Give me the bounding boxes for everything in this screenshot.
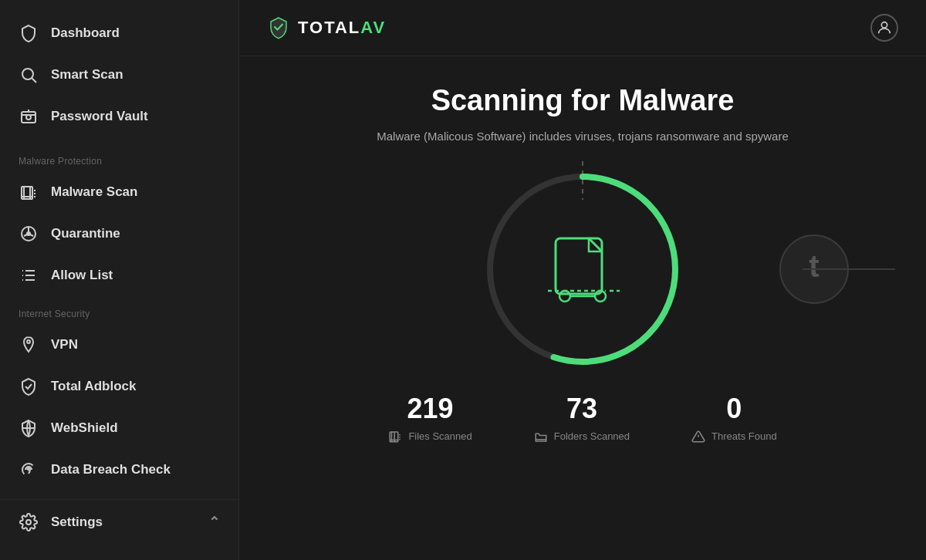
threats-found-number: 0 — [726, 393, 742, 425]
scan-circle — [482, 169, 683, 369]
sidebar: Dashboard Smart Scan Passw — [0, 0, 239, 560]
sidebar-item-malware-scan-label: Malware Scan — [51, 184, 137, 200]
svg-point-19 — [27, 340, 30, 343]
sidebar-section-internet-label: Internet Security — [0, 296, 238, 324]
logo-area: TOTALAV — [267, 16, 386, 39]
svg-line-1 — [32, 79, 37, 83]
threats-found-label-row: Threats Found — [691, 430, 777, 444]
stat-files-scanned: 219 Files Scanned — [388, 393, 471, 444]
svg-rect-26 — [556, 238, 602, 294]
user-profile-button[interactable] — [870, 14, 898, 42]
logo-text: TOTALAV — [298, 18, 386, 38]
sidebar-item-total-adblock[interactable]: Total Adblock — [0, 366, 238, 407]
sidebar-item-allow-list[interactable]: Allow List — [0, 255, 238, 296]
sidebar-section-malware-label: Malware Protection — [0, 143, 238, 171]
sidebar-item-quarantine-label: Quarantine — [51, 226, 120, 241]
scan-connector-line — [803, 268, 895, 270]
settings-left: Settings — [19, 512, 103, 532]
scan-content: Scanning for Malware Malware (Malicous S… — [239, 56, 926, 560]
search-icon — [19, 65, 39, 85]
scan-title: Scanning for Malware — [431, 84, 735, 117]
folder-icon — [534, 430, 548, 444]
files-scanned-label-text: Files Scanned — [408, 430, 471, 442]
files-scanned-number: 219 — [407, 393, 454, 425]
quarantine-icon — [19, 224, 39, 244]
sidebar-item-settings-label: Settings — [51, 514, 103, 530]
logo-av: AV — [360, 18, 386, 37]
threats-found-label-text: Threats Found — [711, 430, 777, 442]
sidebar-item-webshield-label: WebShield — [51, 420, 118, 436]
shield-icon — [19, 23, 39, 43]
svg-point-0 — [22, 69, 33, 79]
sidebar-section-internet: Internet Security VPN Total Adblock — [0, 296, 238, 491]
svg-point-21 — [29, 470, 29, 471]
sidebar-item-total-adblock-label: Total Adblock — [51, 379, 137, 394]
sidebar-item-password-vault[interactable]: Password Vault — [0, 96, 238, 137]
svg-text:t: t — [809, 249, 819, 283]
svg-point-23 — [881, 22, 887, 28]
sidebar-top-section: Dashboard Smart Scan Passw — [0, 0, 238, 143]
svg-rect-2 — [22, 112, 35, 123]
scan-file-icon — [532, 219, 633, 319]
svg-point-22 — [26, 520, 31, 525]
files-scanned-label-row: Files Scanned — [388, 430, 471, 444]
sidebar-item-dashboard-label: Dashboard — [51, 25, 120, 41]
logo-shield-icon — [267, 16, 290, 39]
shield-check-icon — [19, 376, 39, 396]
scan-visual-area: t — [270, 169, 895, 369]
sidebar-section-malware: Malware Protection Malware Scan — [0, 143, 238, 296]
sidebar-item-data-breach[interactable]: Data Breach Check — [0, 449, 238, 491]
stat-threats-found: 0 Threats Found — [691, 393, 777, 444]
svg-point-27 — [559, 291, 570, 302]
logo-total: TOTAL — [298, 18, 360, 37]
warning-icon — [691, 430, 705, 444]
chevron-up-icon: ⌃ — [208, 514, 220, 531]
sidebar-item-dashboard[interactable]: Dashboard — [0, 12, 238, 54]
list-icon — [19, 265, 39, 285]
scan-subtitle: Malware (Malicous Software) includes vir… — [377, 128, 789, 146]
sidebar-item-vpn-label: VPN — [51, 337, 78, 353]
sidebar-item-quarantine[interactable]: Quarantine — [0, 213, 238, 255]
scan-icon — [19, 182, 39, 202]
folders-scanned-label-row: Folders Scanned — [534, 430, 630, 444]
sidebar-item-smart-scan[interactable]: Smart Scan — [0, 54, 238, 96]
sidebar-item-vpn[interactable]: VPN — [0, 324, 238, 366]
location-icon — [19, 335, 39, 355]
header-bar: TOTALAV — [239, 0, 926, 56]
file-icon — [388, 430, 402, 444]
sidebar-item-data-breach-label: Data Breach Check — [51, 462, 171, 477]
sidebar-item-smart-scan-label: Smart Scan — [51, 67, 123, 83]
sidebar-item-malware-scan[interactable]: Malware Scan — [0, 171, 238, 213]
stat-folders-scanned: 73 Folders Scanned — [534, 393, 630, 444]
shield-web-icon — [19, 418, 39, 438]
sidebar-item-settings[interactable]: Settings ⌃ — [0, 500, 238, 545]
sidebar-item-allow-list-label: Allow List — [51, 268, 113, 283]
sidebar-item-webshield[interactable]: WebShield — [0, 407, 238, 449]
stats-row: 219 Files Scanned 7 — [270, 385, 895, 451]
main-content: TOTALAV Scanning for Malware Malware (Ma… — [239, 0, 926, 560]
gear-icon — [19, 512, 39, 532]
vault-icon — [19, 106, 39, 127]
svg-point-12 — [27, 232, 30, 235]
folders-scanned-number: 73 — [566, 393, 597, 425]
fingerprint-icon — [19, 460, 39, 480]
folders-scanned-label-text: Folders Scanned — [554, 430, 630, 442]
sidebar-item-password-vault-label: Password Vault — [51, 109, 148, 124]
sidebar-bottom: Settings ⌃ — [0, 499, 238, 545]
